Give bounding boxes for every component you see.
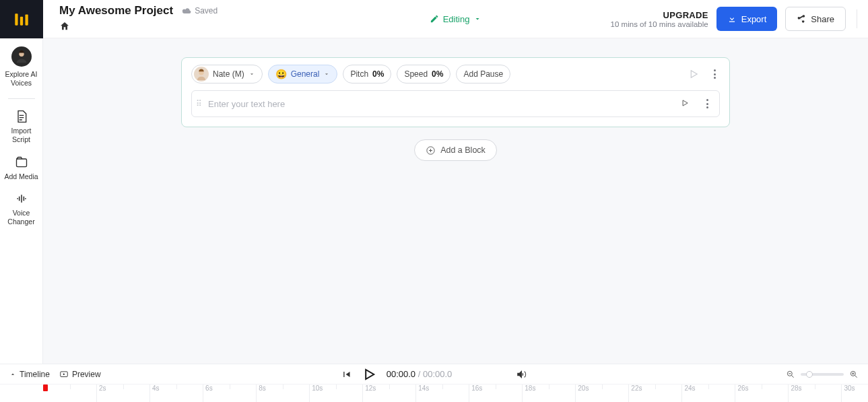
voice-changer-icon [15,192,28,205]
block-menu-button[interactable] [709,68,720,80]
add-block-label: Add a Block [440,145,486,155]
transport-controls: 00:00.0 / 00:00.0 [341,366,528,382]
svg-rect-0 [15,13,18,25]
editor-canvas: Nate (M) 😀 General Pitch 0% Speed 0% Add… [43,38,868,364]
preview-icon [59,370,69,379]
sidebar-item-voice-changer[interactable]: Voice Changer [3,192,40,226]
emotion-selector[interactable]: 😀 General [268,65,338,83]
pencil-icon [430,14,439,24]
drag-handle-icon[interactable]: ⠿ [196,99,203,108]
upgrade-info[interactable]: UPGRADE 10 mins of 10 mins available [611,10,708,28]
share-button[interactable]: Share [785,7,846,31]
share-label: Share [811,14,834,24]
saved-indicator: Saved [181,6,218,15]
ruler-tick: 28s [788,384,801,402]
time-total: 00:00.0 [423,369,452,379]
sidebar-divider [8,98,35,99]
ruler-tick: 2s [96,384,106,402]
timeline-label: Timeline [20,370,50,379]
zoom-slider[interactable] [801,373,844,376]
mode-label: Editing [443,14,470,24]
block-play-button[interactable] [688,68,700,80]
ruler-minor-tick [442,384,445,389]
skip-start-icon[interactable] [341,369,352,380]
sidebar-label-explore: Explore AI Voices [3,70,40,88]
ruler-tick: 24s [681,384,695,402]
script-icon [15,110,28,123]
timeline-ruler[interactable]: 2s4s6s8s10s12s14s16s18s20s22s24s26s28s30… [0,384,868,402]
volume-icon[interactable] [515,368,527,380]
svg-rect-4 [16,159,26,167]
play-button[interactable] [361,366,377,382]
app-logo-icon [13,11,30,28]
add-block-button[interactable]: Add a Block [414,139,497,161]
zoom-thumb[interactable] [806,371,813,378]
ruler-minor-tick [336,384,339,389]
sidebar-item-explore[interactable]: Explore AI Voices [3,46,40,88]
media-icon [15,156,28,169]
ruler-tick: 6s [203,384,213,402]
download-icon [727,14,737,24]
timeline-toggle[interactable]: Timeline [9,370,50,379]
preview-toggle[interactable]: Preview [59,370,101,379]
ruler-tick: 20s [575,384,589,402]
sidebar-item-import[interactable]: Import Script [3,110,40,144]
mode-selector[interactable]: Editing [430,14,482,24]
ruler-tick: 18s [522,384,535,402]
playhead[interactable] [43,384,48,391]
ruler-minor-tick [708,384,711,389]
cloud-icon [181,7,192,15]
ruler-minor-tick [230,384,232,389]
ruler-minor-tick [496,384,498,389]
preview-label: Preview [72,370,101,379]
add-pause-button[interactable]: Add Pause [456,65,510,83]
text-input[interactable] [208,99,675,109]
plus-circle-icon [426,145,436,156]
logo-cell[interactable] [0,0,43,38]
ruler-minor-tick [176,384,179,389]
sidebar-label-media: Add Media [4,172,38,181]
ruler-minor-tick [549,384,552,389]
ruler-tick: 4s [149,384,160,402]
zoom-in-icon[interactable] [849,370,859,379]
ruler-minor-tick [762,384,764,389]
export-button[interactable]: Export [716,7,778,31]
sidebar-label-voice-changer: Voice Changer [3,209,40,226]
voice-block: Nate (M) 😀 General Pitch 0% Speed 0% Add… [181,57,730,127]
header: My Awesome Project Saved Editing UPGRADE… [43,0,868,38]
header-separator [857,9,857,28]
zoom-out-icon[interactable] [786,370,795,379]
pitch-control[interactable]: Pitch 0% [343,65,391,83]
row-menu-button[interactable] [702,98,712,110]
transport-row: Timeline Preview 00:00.0 / 00:00.0 [0,364,868,384]
caret-up-icon [9,371,16,378]
ruler-minor-tick [123,384,126,389]
bottom-bar: Timeline Preview 00:00.0 / 00:00.0 2s4s6… [0,364,868,402]
ruler-tick: 10s [309,384,323,402]
time-display: 00:00.0 / 00:00.0 [387,369,453,379]
chevron-down-icon [323,71,330,77]
voice-avatar [194,67,209,81]
voice-selector[interactable]: Nate (M) [191,65,263,83]
chevron-down-icon [248,71,255,77]
home-icon[interactable] [59,21,70,32]
pitch-label: Pitch [350,69,368,79]
upgrade-title: UPGRADE [611,10,708,20]
saved-label: Saved [195,6,218,15]
project-title[interactable]: My Awesome Project [59,4,173,18]
emotion-label: General [291,69,320,79]
ruler-tick: 12s [362,384,376,402]
row-play-button[interactable] [680,98,690,110]
sidebar-item-media[interactable]: Add Media [3,156,40,181]
ruler-minor-tick [70,384,73,389]
voice-name: Nate (M) [213,69,244,79]
emoji-icon: 😀 [275,69,287,79]
speed-control[interactable]: Speed 0% [397,65,450,83]
ruler-minor-tick [815,384,817,389]
chevron-down-icon [473,15,481,23]
upgrade-sub: 10 mins of 10 mins available [611,20,708,28]
ruler-tick: 16s [469,384,482,402]
text-row: ⠿ [191,90,720,117]
pitch-value: 0% [372,69,384,79]
svg-rect-2 [25,14,28,25]
